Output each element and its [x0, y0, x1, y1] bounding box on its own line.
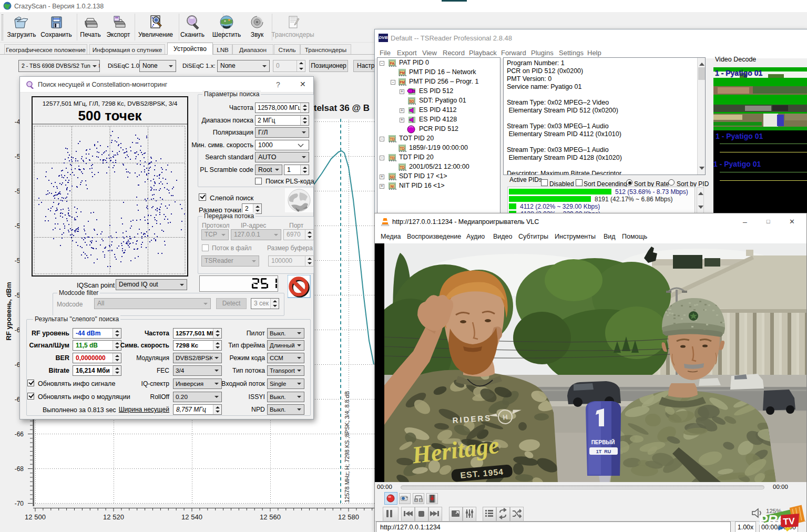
svg-text:1T RU: 1T RU [596, 449, 611, 454]
svg-text:12 560: 12 560 [260, 513, 281, 521]
svg-text:12578 MHz; H; 7298 KS ;8PSK; 3: 12578 MHz; H; 7298 KS ;8PSK; 3/4; 8.8 dB [344, 391, 350, 503]
svg-text:A: A [415, 499, 417, 502]
svg-text:B: B [420, 499, 422, 502]
svg-text:12 520: 12 520 [103, 513, 124, 521]
svg-text:12 580: 12 580 [338, 513, 359, 521]
svg-text:ПЕРВЫЙ: ПЕРВЫЙ [591, 439, 615, 445]
svg-text:TD: TD [400, 147, 405, 150]
svg-text:TD: TD [390, 137, 395, 141]
svg-text:NI: NI [391, 185, 394, 188]
svg-text:-66: -66 [15, 431, 24, 438]
svg-text:TD: TD [390, 156, 395, 160]
svg-text:-68: -68 [15, 465, 24, 473]
svg-text:RF уровень, dBm: RF уровень, dBm [5, 282, 13, 341]
svg-text:12 500: 12 500 [25, 513, 46, 521]
svg-text:PM: PM [400, 80, 405, 84]
svg-text:12 540: 12 540 [181, 513, 202, 521]
svg-text:PA: PA [390, 62, 395, 65]
svg-text:TV: TV [783, 516, 795, 527]
svg-text:TD: TD [400, 166, 405, 169]
svg-text:-70: -70 [15, 500, 24, 507]
svg-text:PM: PM [400, 71, 405, 75]
svg-text:SD: SD [390, 175, 394, 179]
svg-text:H: H [503, 413, 508, 422]
svg-text:SD: SD [409, 99, 414, 103]
svg-text:1 - Pyatigo 01: 1 - Pyatigo 01 [715, 69, 762, 77]
